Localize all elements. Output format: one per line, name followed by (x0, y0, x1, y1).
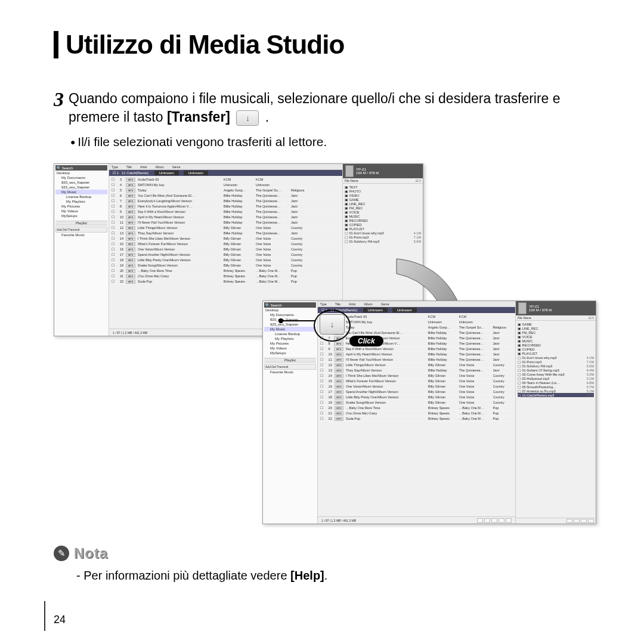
playlist-actions[interactable]: Add Del Transmit (55, 227, 107, 233)
step-text-part2: . (265, 109, 269, 125)
column-headers-2: TypeTitleArtistAlbumGenre (318, 301, 515, 307)
step-number: 3 (54, 89, 64, 110)
page-number: 24 (54, 614, 66, 626)
note-label: Nota (74, 545, 108, 562)
selected-row-2[interactable]: ☑ 1 11 Catch(Remix) UnknownUnknown (318, 307, 515, 313)
transfer-button-inline[interactable]: ↓ (236, 110, 259, 126)
step-text: Quando compaiono i file musicali, selezi… (69, 89, 602, 126)
column-headers: TypeTitleArtistAlbumGenre (109, 164, 342, 170)
pencil-icon: ✎ (54, 546, 69, 561)
transfer-keyword: [Transfer] (167, 109, 230, 125)
title-accent (54, 31, 58, 58)
tree[interactable]: Desktop My Documents 820_seo_Napster 925… (55, 171, 107, 218)
tree-2[interactable]: Desktop My Documents 820_seo_Napster 925… (264, 308, 316, 355)
sidebar-2: 🔍 Search Desktop My Documents 820_seo_Na… (263, 301, 318, 524)
search-header-2[interactable]: 🔍 Search (264, 302, 316, 308)
sidebar: 🔍 Search Desktop My Documents 820_seo_Na… (54, 164, 109, 336)
device-foot[interactable] (516, 518, 596, 524)
bullet-note: Il/i file selezionati vengono trasferiti… (70, 135, 602, 149)
page-edge-line (44, 601, 45, 631)
screenshot-2: 🔍 Search Desktop My Documents 820_seo_Na… (262, 301, 596, 524)
playlist-header: Playlist (55, 221, 107, 225)
search-header[interactable]: 🔍 Search (55, 165, 107, 171)
selected-row[interactable]: ☑ 1 11 Catch(Remix) UnknownUnknown (109, 170, 342, 176)
status-bar-2: 1 / 87 | 1.2 MB / 461.3 MB (318, 516, 515, 524)
device-header: YP-Z1130 M / 978 M (343, 164, 423, 178)
track-table-2[interactable]: ☐3MP3AudioTrack 03KCMKCM☐4MP3SMTOWN-My b… (318, 313, 515, 516)
step-3: 3 Quando compaiono i file musicali, sele… (54, 89, 602, 126)
device-folders-2[interactable]: ▣ GAME▣ LINE_REC▣ FM_REC▣ VOICE▣ MUSIC▣ … (516, 321, 596, 518)
device-panel-2: YP-Z1130 M / 978 M File Name크기 ▣ GAME▣ L… (515, 301, 596, 524)
note-header: ✎ Nota (54, 545, 602, 562)
step-text-part1: Quando compaiono i file musicali, selezi… (69, 91, 561, 125)
page-title-bar: Utilizzo di Media Studio (54, 30, 602, 60)
note-text: - Per informazioni più dettagliate veder… (76, 569, 602, 583)
screenshots-area: 🔍 Search Desktop My Documents 820_seo_Na… (54, 163, 602, 527)
page-title: Utilizzo di Media Studio (66, 30, 344, 60)
favorite-music[interactable]: Favorite Music (55, 233, 107, 237)
device-thumb (345, 165, 354, 177)
